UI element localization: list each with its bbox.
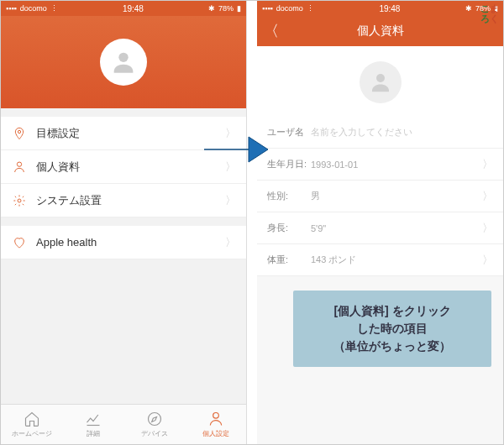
tab-label: ホームページ (12, 429, 52, 438)
back-button[interactable]: 〈 (264, 21, 279, 41)
form-label: 生年月日: (267, 158, 311, 170)
status-time: 19:48 (379, 4, 400, 13)
form-label: 性別: (267, 190, 311, 202)
person-icon (207, 411, 224, 427)
carrier: docomo (276, 4, 303, 13)
chevron-right-icon: 〉 (225, 235, 236, 250)
row-weight[interactable]: 体重: 143 ポンド 〉 (257, 244, 503, 276)
status-bar: ▪▪▪▪ docomo ⋮ 19:48 ✱ 78% ▮ (257, 1, 503, 16)
callout-line: した時の項目 (302, 320, 483, 338)
status-bar: ▪▪▪▪ docomo ⋮ 19:48 ✱ 78% ▮ (1, 1, 246, 16)
annotation-callout: [個人資料] をクリック した時の項目 （単位がちょっと変） (293, 291, 491, 367)
screen-profile-detail: ▪▪▪▪ docomo ⋮ 19:48 ✱ 78% ▮ 〈 個人資料 ユーザ名 … (257, 1, 503, 444)
signal-icon: ▪▪▪▪ (6, 4, 17, 13)
bluetooth-icon: ✱ (208, 4, 215, 13)
callout-line: [個人資料] をクリック (302, 302, 483, 320)
chart-icon (85, 411, 102, 427)
username-placeholder: 名前を入力してください (311, 126, 493, 139)
row-username[interactable]: ユーザ名 名前を入力してください (257, 117, 503, 149)
gear-icon (11, 194, 28, 207)
menu-label: 目標設定 (36, 126, 225, 141)
row-birthdate[interactable]: 生年月日: 1993-01-01 〉 (257, 149, 503, 181)
profile-header (1, 16, 246, 108)
form-label: ユーザ名 (267, 126, 311, 139)
tab-device[interactable]: デバイス (123, 405, 185, 444)
tab-label: 詳細 (87, 429, 100, 438)
row-height[interactable]: 身長: 5'9" 〉 (257, 212, 503, 244)
signal-icon: ▪▪▪▪ (262, 4, 273, 13)
battery-icon: ▮ (237, 4, 241, 13)
menu-item-apple-health[interactable]: Apple health 〉 (1, 226, 246, 259)
page-title: 個人資料 (357, 24, 404, 39)
form-value: 男 (311, 190, 482, 202)
menu-label: Apple health (36, 236, 225, 249)
svg-point-5 (213, 413, 218, 419)
tab-label: 個人設定 (202, 429, 229, 438)
menu-label: 個人資料 (36, 160, 225, 175)
form-value: 1993-01-01 (311, 160, 482, 170)
tab-label: デバイス (141, 429, 168, 438)
carrier: docomo (20, 4, 47, 13)
chevron-right-icon: 〉 (482, 189, 493, 204)
screen-settings: ▪▪▪▪ docomo ⋮ 19:48 ✱ 78% ▮ 目標設定 〉 個人資料 … (1, 1, 247, 444)
svg-point-4 (148, 413, 160, 426)
profile-content: ユーザ名 名前を入力してください 生年月日: 1993-01-01 〉 性別: … (257, 46, 503, 444)
wifi-icon: ⋮ (307, 4, 314, 13)
form-label: 身長: (267, 222, 311, 234)
svg-point-2 (17, 162, 21, 166)
wifi-icon: ⋮ (50, 4, 58, 13)
tab-home[interactable]: ホームページ (1, 405, 62, 444)
battery-pct: 78% (218, 4, 234, 13)
profile-form: ユーザ名 名前を入力してください 生年月日: 1993-01-01 〉 性別: … (257, 117, 503, 276)
svg-point-0 (118, 53, 128, 62)
form-label: 体重: (267, 254, 311, 266)
pin-icon (11, 127, 28, 140)
home-icon (24, 411, 40, 427)
watermark: こま ろく (480, 3, 499, 24)
row-gender[interactable]: 性別: 男 〉 (257, 181, 503, 212)
compass-icon (146, 411, 163, 427)
header-bar: 〈 個人資料 (257, 16, 503, 46)
tab-bar: ホームページ 詳細 デバイス 個人設定 (1, 404, 246, 444)
svg-point-6 (376, 74, 385, 82)
chevron-right-icon: 〉 (482, 221, 493, 236)
heart-icon (11, 236, 28, 249)
callout-line: （単位がちょっと変） (302, 338, 483, 355)
avatar[interactable] (100, 39, 147, 86)
bluetooth-icon: ✱ (465, 4, 472, 13)
avatar[interactable] (360, 61, 402, 103)
chevron-right-icon: 〉 (482, 253, 493, 268)
menu-item-system[interactable]: システム設置 〉 (1, 184, 246, 217)
person-icon (11, 160, 28, 174)
svg-point-3 (18, 199, 21, 202)
svg-point-1 (18, 130, 20, 133)
tab-personal[interactable]: 個人設定 (185, 405, 246, 444)
chevron-right-icon: 〉 (482, 157, 493, 172)
form-value: 5'9" (311, 223, 482, 233)
annotation-arrow (202, 130, 270, 172)
chevron-right-icon: 〉 (225, 193, 236, 208)
status-time: 19:48 (123, 4, 144, 13)
tab-detail[interactable]: 詳細 (62, 405, 123, 444)
menu-label: システム設置 (36, 193, 225, 208)
form-value: 143 ポンド (311, 254, 482, 266)
